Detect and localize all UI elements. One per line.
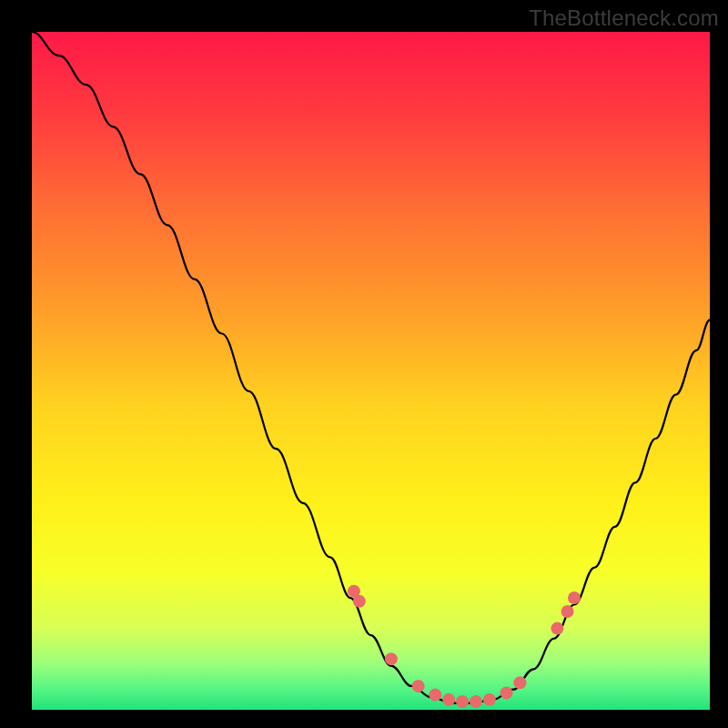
curve-marker xyxy=(442,693,455,706)
watermark-label: TheBottleneck.com xyxy=(529,5,719,31)
curve-marker xyxy=(551,622,563,635)
curve-marker xyxy=(470,695,482,708)
curve-marker xyxy=(412,680,425,693)
curve-marker xyxy=(561,605,574,618)
bottleneck-curve xyxy=(32,32,710,710)
curve-marker xyxy=(500,686,513,699)
curve-marker xyxy=(568,592,581,604)
curve-marker xyxy=(513,676,526,689)
curve-marker xyxy=(456,695,469,708)
curve-path xyxy=(32,32,710,703)
curve-markers xyxy=(348,585,581,708)
curve-marker xyxy=(429,689,441,702)
curve-marker xyxy=(385,652,398,665)
curve-marker xyxy=(483,693,496,706)
curve-marker xyxy=(353,595,366,608)
plot-area xyxy=(32,32,710,710)
chart-frame: TheBottleneck.com xyxy=(0,0,728,728)
